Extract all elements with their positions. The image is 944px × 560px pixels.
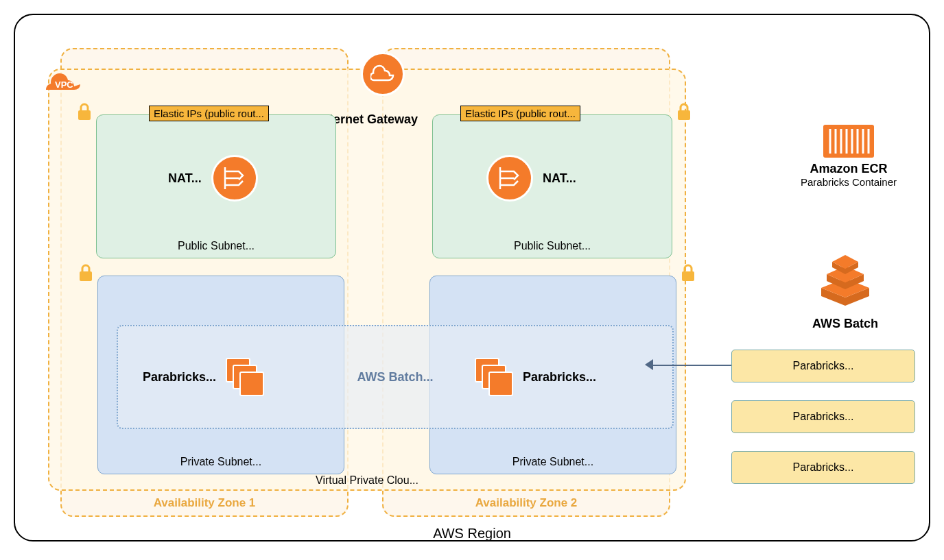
parabricks-label: Parabricks...: [143, 370, 216, 385]
container-registry-icon: [777, 123, 921, 159]
svg-rect-2: [678, 110, 690, 120]
amazon-ecr: Amazon ECR Parabricks Container: [777, 123, 921, 188]
aws-batch: AWS Batch: [763, 248, 928, 331]
svg-rect-4: [682, 271, 694, 281]
private-subnet-label: Private Subnet...: [512, 456, 593, 468]
public-subnet-az2: Elastic IPs (public rout... NAT... Publi…: [432, 114, 672, 258]
arrow-connector: [652, 365, 731, 366]
public-subnet-label: Public Subnet...: [514, 240, 591, 252]
container-stack-icon: [226, 358, 264, 396]
elastic-ip-label: Elastic IPs (public rout...: [460, 106, 580, 121]
container-stack-icon: [475, 358, 513, 396]
padlock-icon: [76, 103, 93, 121]
padlock-icon: [78, 264, 94, 282]
parabricks-container-az2: Parabricks...: [475, 358, 596, 396]
nat-gateway-icon: [486, 155, 533, 202]
vpc-badge-icon: VPC: [44, 67, 82, 95]
batch-inline-label: AWS Batch...: [357, 370, 433, 385]
queue-label: Parabricks...: [793, 411, 854, 423]
parabricks-label: Parabricks...: [523, 370, 596, 385]
nat-gateway-icon: [211, 155, 258, 202]
az1-label: Availability Zone 1: [154, 496, 256, 510]
arrow-head-icon: [645, 359, 653, 370]
padlock-icon: [680, 264, 696, 282]
ecr-subtitle: Parabricks Container: [777, 176, 921, 188]
svg-text:VPC: VPC: [55, 80, 73, 90]
nat-gateway-label: NAT...: [168, 171, 202, 186]
queue-label: Parabricks...: [793, 461, 854, 474]
public-subnet-label: Public Subnet...: [178, 240, 255, 252]
padlock-icon: [676, 103, 692, 121]
elastic-ip-label: Elastic IPs (public rout...: [149, 106, 269, 121]
batch-queue-card: Parabricks...: [731, 400, 915, 433]
nat-gateway-label: NAT...: [543, 171, 576, 186]
batch-queue-card: Parabricks...: [731, 451, 915, 484]
az2-label: Availability Zone 2: [475, 496, 578, 510]
aws-batch-title: AWS Batch: [763, 317, 928, 331]
svg-rect-1: [78, 110, 91, 120]
parabricks-container-az1: Parabricks...: [143, 358, 264, 396]
aws-region-label: AWS Region: [433, 526, 511, 541]
public-subnet-az1: Elastic IPs (public rout... NAT... Publi…: [96, 114, 336, 258]
ecr-title: Amazon ECR: [777, 162, 921, 176]
vpc-label: Virtual Private Clou...: [316, 474, 418, 487]
private-subnet-label: Private Subnet...: [180, 456, 261, 468]
svg-rect-3: [80, 271, 92, 281]
vpc: Virtual Private Clou... VPC Internet Gat…: [48, 69, 686, 491]
batch-queue-card: Parabricks...: [731, 350, 915, 382]
aws-region: AWS Region Availability Zone 1 Availabil…: [14, 14, 930, 541]
internet-gateway-icon: [361, 52, 405, 96]
aws-batch-icon: [763, 248, 928, 314]
queue-label: Parabricks...: [793, 360, 854, 372]
